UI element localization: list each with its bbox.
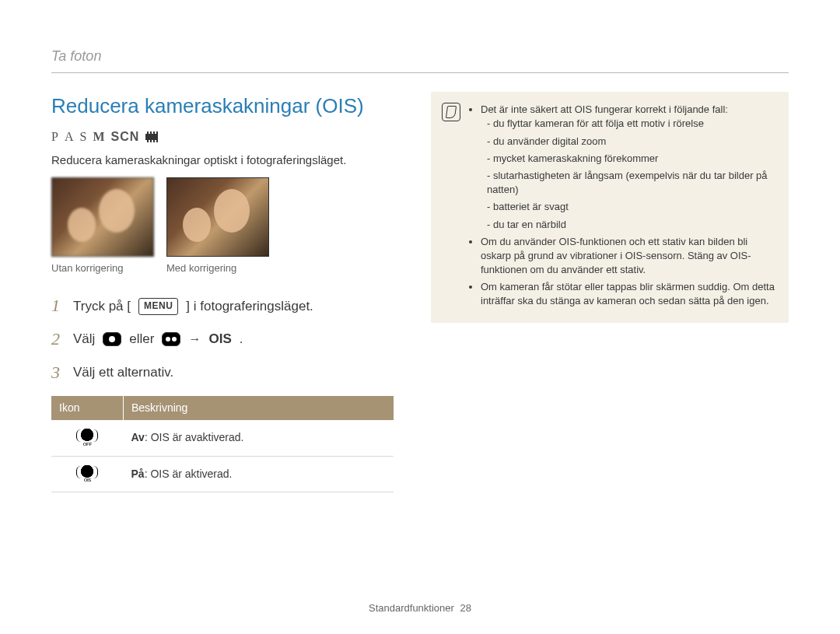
caption-corrected: Med korrigering — [166, 261, 269, 275]
caption-uncorrected: Utan korrigering — [51, 261, 154, 275]
divider — [51, 72, 789, 73]
ois-off-icon: OFF — [78, 426, 96, 445]
th-description: Beskrivning — [124, 396, 394, 421]
note-b2: Om du använder OIS-funktionen och ett st… — [481, 235, 775, 278]
note-sub: du flyttar kameran för att följa ett mot… — [487, 117, 775, 131]
video-icon — [162, 332, 180, 346]
step-3-text: Välj ett alternativ. — [73, 363, 173, 382]
table-row: OFF Av: OIS är avaktiverad. — [51, 420, 394, 456]
mode-p: P — [51, 128, 58, 145]
step-3: 3 Välj ett alternativ. — [51, 361, 394, 385]
example-image-uncorrected — [51, 177, 154, 257]
step-2-part-a: Välj — [73, 330, 95, 349]
arrow-icon: → — [188, 331, 201, 348]
step-2-dot: . — [240, 330, 243, 349]
step-2-or: eller — [129, 330, 154, 349]
step-1-part-b: ] i fotograferingsläget. — [186, 297, 313, 316]
note-b1: Det är inte säkert att OIS fungerar korr… — [481, 103, 728, 115]
menu-key-icon: MENU — [138, 298, 178, 315]
step-num-2: 2 — [51, 328, 65, 352]
note-b3: Om kameran får stötar eller tappas blir … — [481, 280, 775, 308]
step-2: 2 Välj eller → OIS. — [51, 328, 394, 352]
footer-section: Standardfunktioner — [369, 602, 454, 614]
note-sub: slutarhastigheten är långsam (exempelvis… — [487, 169, 775, 197]
step-num-3: 3 — [51, 361, 65, 385]
page-number: 28 — [460, 602, 471, 614]
step-num-1: 1 — [51, 294, 65, 318]
mode-scn: SCN — [110, 128, 139, 145]
mode-a: A — [65, 128, 74, 145]
example-images-row: Utan korrigering Med korrigering — [51, 177, 394, 275]
camera-icon — [103, 332, 121, 346]
mode-m: M — [93, 128, 104, 145]
note-sub: batteriet är svagt — [487, 200, 775, 214]
row-off-desc: Av: OIS är avaktiverad. — [124, 420, 394, 456]
ois-on-icon: OIS — [78, 463, 96, 482]
note-sub: du tar en närbild — [487, 218, 775, 232]
note-sub: mycket kameraskakning förekommer — [487, 152, 775, 166]
note-sub: du använder digital zoom — [487, 135, 775, 149]
example-image-corrected — [166, 177, 269, 257]
th-icon: Ikon — [51, 396, 124, 421]
mode-s: S — [79, 128, 86, 145]
row-on-desc: På: OIS är aktiverad. — [124, 456, 394, 492]
step-list: 1 Tryck på [ MENU ] i fotograferingsläge… — [51, 294, 394, 384]
mode-row: P A S M SCN — [51, 128, 394, 145]
note-icon — [442, 103, 460, 121]
step-1-part-a: Tryck på [ — [73, 297, 131, 316]
footer: Standardfunktioner 28 — [0, 601, 840, 615]
step-1: 1 Tryck på [ MENU ] i fotograferingsläge… — [51, 294, 394, 318]
options-table: Ikon Beskrivning OFF Av: OIS är — [51, 396, 394, 493]
ois-label: OIS — [208, 330, 231, 349]
breadcrumb: Ta foton — [51, 47, 789, 69]
intro-text: Reducera kameraskakningar optiskt i foto… — [51, 152, 394, 168]
table-row: OIS På: OIS är aktiverad. — [51, 456, 394, 492]
film-icon — [145, 131, 158, 142]
note-box: Det är inte säkert att OIS fungerar korr… — [431, 92, 789, 322]
heading-ois: Reducera kameraskakningar (OIS) — [51, 92, 394, 120]
